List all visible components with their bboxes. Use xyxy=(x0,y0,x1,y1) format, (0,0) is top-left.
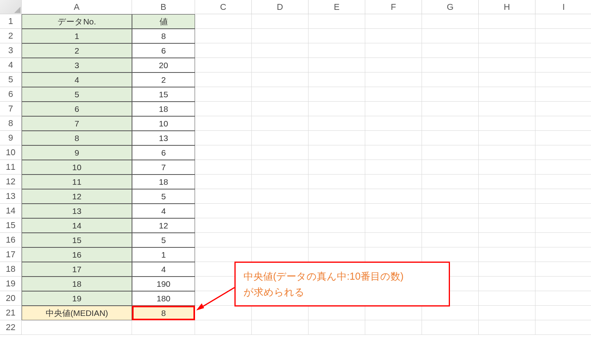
row-header-14[interactable]: 14 xyxy=(0,204,22,218)
cell-e7[interactable] xyxy=(309,102,365,116)
cell-h3[interactable] xyxy=(479,43,535,58)
cell-f14[interactable] xyxy=(365,204,422,218)
cell-h16[interactable] xyxy=(479,233,535,247)
cell-c2[interactable] xyxy=(195,29,252,43)
cell-i8[interactable] xyxy=(535,116,591,131)
cell-i13[interactable] xyxy=(535,189,591,204)
cell-i7[interactable] xyxy=(535,102,591,116)
cell-c6[interactable] xyxy=(195,87,252,102)
cell-f11[interactable] xyxy=(365,160,422,175)
cell-f13[interactable] xyxy=(365,189,422,204)
cell-d17[interactable] xyxy=(252,247,309,262)
row-header-13[interactable]: 13 xyxy=(0,189,22,204)
cell-b5[interactable]: 2 xyxy=(132,72,195,87)
cell-i1[interactable] xyxy=(535,14,591,29)
cell-c7[interactable] xyxy=(195,102,252,116)
cell-g13[interactable] xyxy=(422,189,479,204)
cell-f6[interactable] xyxy=(365,87,422,102)
cell-b16[interactable]: 5 xyxy=(132,233,195,247)
cell-e9[interactable] xyxy=(309,131,365,145)
cell-h9[interactable] xyxy=(479,131,535,145)
cell-i4[interactable] xyxy=(535,58,591,72)
row-header-10[interactable]: 10 xyxy=(0,145,22,160)
cell-f16[interactable] xyxy=(365,233,422,247)
cell-e22[interactable] xyxy=(309,320,365,335)
cell-h2[interactable] xyxy=(479,29,535,43)
cell-a1[interactable]: データNo. xyxy=(22,14,132,29)
cell-i15[interactable] xyxy=(535,218,591,233)
cell-d3[interactable] xyxy=(252,43,309,58)
cell-d16[interactable] xyxy=(252,233,309,247)
cell-b18[interactable]: 4 xyxy=(132,262,195,277)
cell-f7[interactable] xyxy=(365,102,422,116)
cell-f21[interactable] xyxy=(365,306,422,320)
row-header-19[interactable]: 19 xyxy=(0,277,22,291)
cell-e17[interactable] xyxy=(309,247,365,262)
cell-f12[interactable] xyxy=(365,175,422,189)
cell-c10[interactable] xyxy=(195,145,252,160)
col-header-g[interactable]: G xyxy=(422,0,479,14)
cell-h5[interactable] xyxy=(479,72,535,87)
cell-b2[interactable]: 8 xyxy=(132,29,195,43)
row-header-22[interactable]: 22 xyxy=(0,320,22,335)
cell-b12[interactable]: 18 xyxy=(132,175,195,189)
row-header-16[interactable]: 16 xyxy=(0,233,22,247)
cell-d6[interactable] xyxy=(252,87,309,102)
cell-b20[interactable]: 180 xyxy=(132,291,195,306)
cell-e21[interactable] xyxy=(309,306,365,320)
cell-d8[interactable] xyxy=(252,116,309,131)
cell-b8[interactable]: 10 xyxy=(132,116,195,131)
cell-a5[interactable]: 4 xyxy=(22,72,132,87)
row-header-9[interactable]: 9 xyxy=(0,131,22,145)
cell-h7[interactable] xyxy=(479,102,535,116)
cell-b4[interactable]: 20 xyxy=(132,58,195,72)
row-header-4[interactable]: 4 xyxy=(0,58,22,72)
cell-d22[interactable] xyxy=(252,320,309,335)
cell-e5[interactable] xyxy=(309,72,365,87)
cell-f8[interactable] xyxy=(365,116,422,131)
cell-g2[interactable] xyxy=(422,29,479,43)
cell-i12[interactable] xyxy=(535,175,591,189)
cell-b3[interactable]: 6 xyxy=(132,43,195,58)
cell-f5[interactable] xyxy=(365,72,422,87)
cell-e8[interactable] xyxy=(309,116,365,131)
cell-e14[interactable] xyxy=(309,204,365,218)
cell-i10[interactable] xyxy=(535,145,591,160)
cell-b6[interactable]: 15 xyxy=(132,87,195,102)
cell-g15[interactable] xyxy=(422,218,479,233)
cell-i20[interactable] xyxy=(535,291,591,306)
cell-c9[interactable] xyxy=(195,131,252,145)
cell-f15[interactable] xyxy=(365,218,422,233)
row-header-1[interactable]: 1 xyxy=(0,14,22,29)
cell-a14[interactable]: 13 xyxy=(22,204,132,218)
row-header-3[interactable]: 3 xyxy=(0,43,22,58)
cell-h19[interactable] xyxy=(479,277,535,291)
cell-c16[interactable] xyxy=(195,233,252,247)
cell-a12[interactable]: 11 xyxy=(22,175,132,189)
row-header-11[interactable]: 11 xyxy=(0,160,22,175)
cell-h1[interactable] xyxy=(479,14,535,29)
cell-h20[interactable] xyxy=(479,291,535,306)
row-header-20[interactable]: 20 xyxy=(0,291,22,306)
cell-e13[interactable] xyxy=(309,189,365,204)
cell-b14[interactable]: 4 xyxy=(132,204,195,218)
cell-h12[interactable] xyxy=(479,175,535,189)
cell-b17[interactable]: 1 xyxy=(132,247,195,262)
cell-g4[interactable] xyxy=(422,58,479,72)
cell-i21[interactable] xyxy=(535,306,591,320)
cell-d21[interactable] xyxy=(252,306,309,320)
cell-g9[interactable] xyxy=(422,131,479,145)
cell-i18[interactable] xyxy=(535,262,591,277)
row-header-5[interactable]: 5 xyxy=(0,72,22,87)
col-header-a[interactable]: A xyxy=(22,0,132,14)
cell-b19[interactable]: 190 xyxy=(132,277,195,291)
select-all-corner[interactable] xyxy=(0,0,22,14)
col-header-f[interactable]: F xyxy=(365,0,422,14)
cell-d10[interactable] xyxy=(252,145,309,160)
cell-a22[interactable] xyxy=(22,320,132,335)
cell-c12[interactable] xyxy=(195,175,252,189)
cell-c3[interactable] xyxy=(195,43,252,58)
cell-g6[interactable] xyxy=(422,87,479,102)
cell-d13[interactable] xyxy=(252,189,309,204)
row-header-12[interactable]: 12 xyxy=(0,175,22,189)
